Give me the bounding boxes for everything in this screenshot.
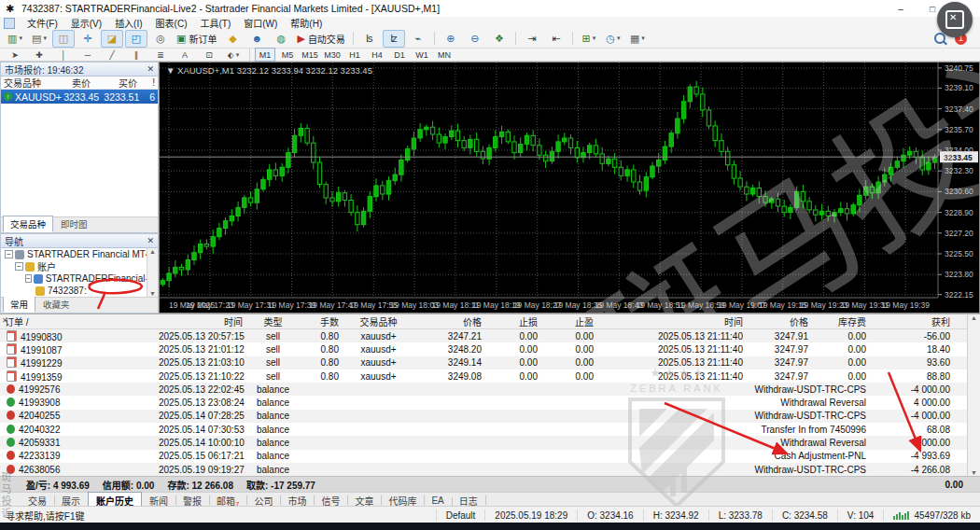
market-watch-toggle[interactable]: ◫ bbox=[52, 30, 75, 48]
line-chart-button[interactable]: ⌁ bbox=[407, 30, 429, 48]
navigator-scrollbar[interactable]: ▲▼ bbox=[147, 248, 158, 297]
history-row[interactable]: 419913592025.05.13 21:10:22sell0.80xauus… bbox=[0, 370, 980, 383]
expand-minus-icon[interactable]: − bbox=[5, 250, 13, 258]
navigator-close-icon[interactable]: ✕ bbox=[147, 236, 154, 245]
zoom-out-button[interactable]: ⊖ bbox=[464, 30, 486, 48]
tile-windows-button[interactable]: ❖ bbox=[488, 30, 511, 48]
zoom-in-button[interactable]: ⊕ bbox=[440, 30, 462, 48]
crosshair-tool[interactable]: ✚ bbox=[28, 49, 50, 62]
terminal-scrollbar[interactable]: ▲▼ bbox=[967, 314, 980, 476]
search-icon[interactable] bbox=[934, 33, 945, 44]
templates-button[interactable]: ▦▾ bbox=[626, 30, 649, 48]
expand-minus-icon[interactable]: − bbox=[25, 274, 32, 283]
history-row[interactable]: 419908302025.05.13 20:57:15sell0.80xauus… bbox=[0, 329, 980, 342]
history-row[interactable]: 419925762025.05.13 22:02:45balanceWithdr… bbox=[0, 383, 980, 396]
col-header-4[interactable]: 交易品种 bbox=[343, 314, 413, 328]
history-row[interactable]: 420403222025.05.14 07:30:53balanceTransf… bbox=[0, 423, 980, 436]
terminal-tab-公司[interactable]: 公司 bbox=[246, 493, 280, 507]
menu-item-5[interactable]: 窗口(W) bbox=[237, 19, 284, 29]
terminal-tab-代码库[interactable]: 代码库 bbox=[381, 493, 424, 507]
terminal-tab-展示[interactable]: 展示 bbox=[54, 493, 88, 507]
timeframe-mn[interactable]: MN bbox=[434, 48, 455, 62]
col-header-7[interactable]: 止盈 bbox=[542, 314, 598, 328]
channel-tool[interactable]: ∥ bbox=[125, 49, 147, 62]
minimize-button[interactable]: – bbox=[885, 0, 917, 17]
nav-item-2[interactable]: −STARTRADERFinancial-Live2 bbox=[1, 272, 158, 285]
col-header-8[interactable]: 时间 bbox=[598, 314, 748, 328]
mw-tab-交易品种[interactable]: 交易品种 bbox=[3, 216, 53, 232]
history-row[interactable]: 419912292025.05.13 21:03:10sell0.80xauus… bbox=[0, 356, 980, 370]
price-chart[interactable]: 3240.753239.103237.403235.703234.003232.… bbox=[159, 62, 980, 314]
menu-item-3[interactable]: 图表(C) bbox=[149, 19, 194, 29]
profiles-button[interactable]: ▤▾ bbox=[28, 30, 50, 48]
shapes-tool[interactable]: ⬖▾ bbox=[222, 49, 245, 62]
expand-minus-icon[interactable]: − bbox=[15, 262, 23, 271]
terminal-tab-日志[interactable]: 日志 bbox=[452, 493, 485, 507]
trendline-tool[interactable]: ╱ bbox=[101, 49, 123, 62]
new-order-button[interactable]: ▣新订单 bbox=[174, 30, 219, 48]
text-tool[interactable]: A bbox=[174, 49, 196, 62]
history-row[interactable]: 420593312025.05.14 10:00:10balanceWithdr… bbox=[0, 436, 980, 449]
cursor-tool[interactable]: ➤ bbox=[4, 49, 26, 62]
navigator-toggle[interactable]: ◪ bbox=[101, 30, 123, 48]
col-header-5[interactable]: 价格 bbox=[413, 314, 486, 328]
menu-item-4[interactable]: 工具(T) bbox=[193, 19, 237, 29]
nav-tab-常用[interactable]: 常用 bbox=[3, 296, 35, 313]
history-row[interactable]: 426380562025.05.19 09:19:27balanceWithdr… bbox=[0, 463, 980, 476]
menu-item-6[interactable]: 帮助(H) bbox=[284, 19, 329, 29]
community-button[interactable]: ☻ bbox=[245, 30, 268, 48]
strategy-tester-button[interactable]: ◎ bbox=[149, 30, 172, 48]
history-row[interactable]: 420402552025.05.14 07:28:25balanceWithdr… bbox=[0, 410, 980, 423]
terminal-tab-文章[interactable]: 文章 bbox=[347, 493, 381, 507]
mw-tab-即时图[interactable]: 即时图 bbox=[53, 216, 95, 232]
terminal-tab-市场[interactable]: 市场 bbox=[280, 493, 314, 507]
timeframe-h1[interactable]: H1 bbox=[344, 48, 365, 62]
history-row[interactable]: 422331392025.05.15 06:17:21balanceCash A… bbox=[0, 450, 980, 463]
nav-tab-收藏夹[interactable]: 收藏夹 bbox=[35, 296, 77, 313]
data-window-button[interactable]: ✛ bbox=[77, 30, 99, 48]
menu-item-1[interactable]: 显示(V) bbox=[64, 19, 108, 29]
fibonacci-tool[interactable]: ≣ bbox=[149, 49, 172, 62]
vline-tool[interactable]: │ bbox=[52, 49, 75, 62]
col-header-11[interactable]: 获利 bbox=[871, 314, 955, 328]
col-header-3[interactable]: 手数 bbox=[299, 314, 343, 328]
chart-shift-button[interactable]: ⇤ bbox=[545, 30, 567, 48]
history-row[interactable]: 419939082025.05.13 23:08:24balanceWithdr… bbox=[0, 396, 980, 409]
terminal-close-icon[interactable]: ✕ bbox=[2, 316, 8, 325]
col-header-2[interactable]: 类型 bbox=[247, 314, 299, 328]
terminal-tab-账户历史[interactable]: 账户历史 bbox=[88, 492, 142, 507]
col-header-9[interactable]: 价格 bbox=[748, 314, 813, 328]
web-button[interactable]: ◍ bbox=[270, 30, 292, 48]
timeframe-m15[interactable]: M15 bbox=[300, 48, 320, 62]
market-watch-row[interactable]: ↑XAUUSD+3233.453233.516 bbox=[1, 90, 158, 104]
autotrading-button[interactable]: ▶自动交易 bbox=[294, 30, 347, 48]
hline-tool[interactable]: ─ bbox=[77, 49, 99, 62]
terminal-tab-交易[interactable]: 交易 bbox=[21, 493, 54, 507]
metaeditor-button[interactable]: ◆ bbox=[221, 30, 244, 48]
nav-item-3[interactable]: 7432387: bbox=[1, 285, 158, 297]
col-header-1[interactable]: 时间 bbox=[154, 314, 247, 328]
label-tool[interactable]: ⊡ bbox=[198, 49, 220, 62]
col-header-10[interactable]: 库存费 bbox=[813, 314, 871, 328]
terminal-tab-邮箱[interactable]: 邮箱7 bbox=[209, 493, 246, 507]
col-header-6[interactable]: 止损 bbox=[486, 314, 542, 328]
screen-capture-overlay-button[interactable] bbox=[937, 2, 973, 37]
auto-scroll-button[interactable]: ⇥ bbox=[521, 30, 543, 48]
new-chart-button[interactable]: ▥▾ bbox=[4, 30, 26, 48]
nav-item-1[interactable]: −账户 bbox=[1, 260, 158, 272]
terminal-toggle[interactable]: ◰ bbox=[125, 30, 147, 48]
terminal-tab-警报[interactable]: 警报 bbox=[175, 493, 209, 507]
periods-button[interactable]: ◷▾ bbox=[602, 30, 624, 48]
menu-item-0[interactable]: 文件(F) bbox=[21, 19, 64, 29]
history-row[interactable]: 419910872025.05.13 21:01:12sell0.80xauus… bbox=[0, 342, 980, 356]
timeframe-m1[interactable]: M1 bbox=[255, 48, 275, 62]
indicators-button[interactable]: ⊞▾ bbox=[578, 30, 600, 48]
timeframe-m5[interactable]: M5 bbox=[277, 48, 298, 62]
timeframe-d1[interactable]: D1 bbox=[389, 48, 410, 62]
timeframe-h4[interactable]: H4 bbox=[367, 48, 387, 62]
menu-item-2[interactable]: 插入(I) bbox=[108, 19, 148, 29]
bar-chart-button[interactable]: ʪ bbox=[358, 30, 381, 48]
timeframe-w1[interactable]: W1 bbox=[412, 48, 432, 62]
terminal-tab-信号[interactable]: 信号 bbox=[314, 493, 347, 507]
terminal-tab-新闻[interactable]: 新闻 bbox=[142, 493, 175, 507]
